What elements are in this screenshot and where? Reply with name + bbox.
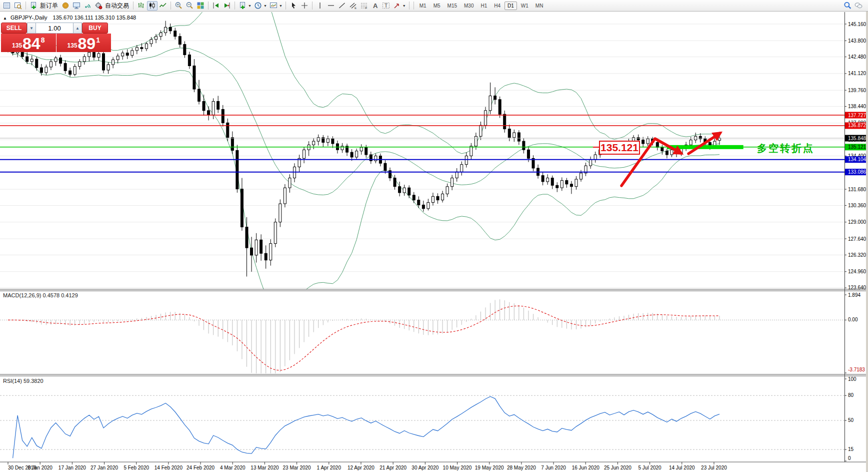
toolbar-separator bbox=[133, 2, 134, 10]
arrows-icon[interactable] bbox=[392, 1, 402, 11]
autotrade-icon[interactable] bbox=[94, 1, 104, 11]
horizontal-line-icon[interactable] bbox=[326, 1, 336, 11]
text-label-icon[interactable]: T bbox=[380, 1, 391, 11]
auto-scroll-icon[interactable] bbox=[211, 1, 222, 11]
candlesticks-icon[interactable] bbox=[147, 1, 158, 11]
trendline-icon[interactable] bbox=[336, 1, 347, 11]
volume-input[interactable]: 1.00 bbox=[36, 23, 73, 34]
chart-canvas[interactable]: 145.160143.800142.480141.120139.760138.4… bbox=[0, 0, 868, 472]
data-window-icon[interactable] bbox=[13, 1, 24, 11]
price-tick-label: 130.360 bbox=[848, 203, 866, 208]
chart-profile-icon[interactable] bbox=[268, 1, 278, 11]
toolbar-separator bbox=[286, 2, 286, 10]
price-tick-label: 127.640 bbox=[848, 236, 866, 242]
candle-body bbox=[436, 196, 439, 200]
price-badge-label: 136.872 bbox=[848, 123, 866, 128]
candle-body bbox=[30, 59, 33, 62]
candle-body bbox=[150, 40, 152, 44]
signal-icon[interactable] bbox=[82, 1, 93, 11]
timeframe-button-D1[interactable]: D1 bbox=[504, 2, 517, 10]
toolbar-item-label[interactable]: 自动交易 bbox=[105, 2, 129, 10]
sell-price-sup: 8 bbox=[41, 36, 45, 44]
candle-body bbox=[288, 178, 291, 188]
chart-shift-icon[interactable] bbox=[222, 1, 232, 11]
sell-price-prefix: 135 bbox=[12, 42, 22, 49]
terminal-icon[interactable] bbox=[72, 1, 82, 11]
timeframe-button-H1[interactable]: H1 bbox=[478, 2, 490, 10]
date-label: 10 May 2020 bbox=[443, 465, 472, 470]
candle-body bbox=[54, 58, 57, 62]
line-chart-icon[interactable] bbox=[158, 1, 168, 11]
toolbar-item-label[interactable]: 新订单 bbox=[40, 2, 58, 10]
crosshair-icon[interactable] bbox=[299, 1, 310, 11]
timeframe-button-M30[interactable]: M30 bbox=[461, 2, 476, 10]
rsi-axis-label: 0 bbox=[848, 455, 851, 461]
ohlc-bars-icon[interactable] bbox=[136, 1, 146, 11]
volume-decrease-button[interactable]: ▼ bbox=[27, 23, 36, 34]
candle-body bbox=[303, 150, 306, 158]
chart-background bbox=[0, 12, 868, 472]
equidistant-channel-icon[interactable]: E bbox=[348, 1, 358, 11]
date-label: 14 Jul 2020 bbox=[669, 465, 695, 470]
price-badge-label: 133.086 bbox=[848, 169, 866, 175]
macd-axis-label: -3.7183 bbox=[848, 367, 865, 372]
add-indicator-icon[interactable] bbox=[238, 1, 248, 11]
candle-body bbox=[427, 203, 430, 209]
timeframe-button-W1[interactable]: W1 bbox=[518, 2, 532, 10]
coin-icon[interactable] bbox=[60, 1, 71, 11]
volume-increase-button[interactable]: ▲ bbox=[73, 23, 82, 34]
chart-title-bar: ▲ GBPJPY-,Daily 135.670 136.111 135.310 … bbox=[3, 15, 136, 21]
price-callout-box[interactable]: 135.121 bbox=[599, 141, 640, 155]
candle-body bbox=[193, 66, 196, 90]
tile-windows-icon[interactable] bbox=[196, 1, 206, 11]
price-badge-label: 135.121 bbox=[848, 144, 866, 150]
timeframe-button-MN[interactable]: MN bbox=[532, 2, 546, 10]
dropdown-caret-icon[interactable]: ▼ bbox=[402, 4, 406, 8]
pivot-band bbox=[667, 145, 744, 149]
candle-body bbox=[566, 180, 568, 184]
candle-body bbox=[274, 222, 276, 244]
vertical-line-icon[interactable] bbox=[314, 1, 325, 11]
price-badge-label: 135.848 bbox=[848, 136, 866, 141]
sell-price[interactable]: 135 84 8 bbox=[1, 34, 56, 52]
buy-price[interactable]: 135 89 1 bbox=[56, 34, 112, 52]
macd-indicator-label: MACD(12,26,9) 0.4578 0.4129 bbox=[3, 292, 78, 298]
buy-button[interactable]: BUY bbox=[82, 23, 108, 34]
timeframe-button-H4[interactable]: H4 bbox=[491, 2, 504, 10]
cursor-icon[interactable] bbox=[288, 1, 298, 11]
candle-body bbox=[590, 160, 592, 166]
candle-body bbox=[160, 33, 162, 36]
zoom-in-icon[interactable] bbox=[174, 1, 184, 11]
macd-axis-label: 0.00 bbox=[848, 317, 858, 322]
search-icon[interactable] bbox=[842, 1, 853, 11]
price-tick-label: 126.320 bbox=[848, 252, 866, 258]
market-watch-icon[interactable] bbox=[2, 1, 12, 11]
macd-axis-label: 1.894 bbox=[848, 292, 860, 298]
candle-body bbox=[83, 57, 86, 62]
date-label: 7 Jun 2020 bbox=[541, 465, 566, 470]
timeframe-button-M15[interactable]: M15 bbox=[444, 2, 460, 10]
candle-body bbox=[164, 27, 167, 33]
svg-text:T: T bbox=[384, 3, 388, 9]
text-icon[interactable]: A bbox=[370, 1, 380, 11]
chat-icon[interactable] bbox=[854, 1, 864, 11]
timeframe-button-M1[interactable]: M1 bbox=[416, 2, 430, 10]
new-order-icon[interactable] bbox=[28, 1, 39, 11]
dropdown-caret-icon[interactable]: ▼ bbox=[279, 4, 282, 8]
dropdown-caret-icon[interactable]: ▼ bbox=[248, 4, 252, 8]
price-tick-label: 143.800 bbox=[848, 38, 866, 44]
candle-body bbox=[188, 55, 190, 66]
collapse-icon[interactable]: ▲ bbox=[3, 16, 7, 21]
svg-text:A: A bbox=[373, 2, 378, 10]
candle-body bbox=[145, 44, 148, 49]
candle-body bbox=[78, 62, 81, 67]
periods-clock-icon[interactable] bbox=[252, 1, 263, 11]
buy-price-sup: 1 bbox=[96, 36, 100, 44]
callout-connector bbox=[593, 147, 599, 148]
candle-body bbox=[446, 187, 448, 194]
sell-button[interactable]: SELL bbox=[1, 23, 27, 34]
timeframe-button-M5[interactable]: M5 bbox=[430, 2, 444, 10]
zoom-out-icon[interactable] bbox=[184, 1, 195, 11]
fibonacci-icon[interactable]: F bbox=[358, 1, 369, 11]
dropdown-caret-icon[interactable]: ▼ bbox=[264, 4, 267, 8]
